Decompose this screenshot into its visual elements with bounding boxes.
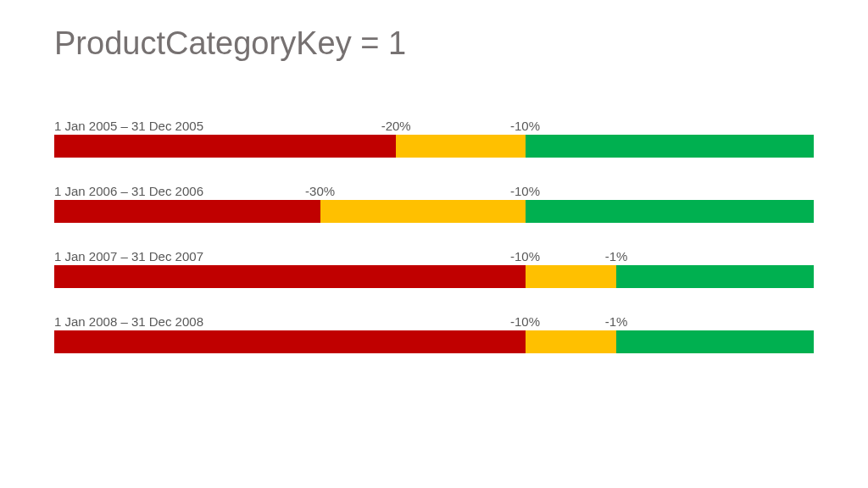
slide: ProductCategoryKey = 1 1 Jan 2005 – 31 D… — [0, 0, 868, 409]
segment-red — [54, 330, 526, 353]
segment-yellow — [526, 330, 617, 353]
chart-row: 1 Jan 2008 – 31 Dec 2008 -10% -1% — [54, 310, 814, 353]
chart-row: 1 Jan 2006 – 31 Dec 2006 -30% -10% — [54, 180, 814, 223]
segment-green — [616, 330, 814, 353]
row-labels: 1 Jan 2006 – 31 Dec 2006 -30% -10% — [54, 180, 814, 200]
period-label: 1 Jan 2005 – 31 Dec 2005 — [54, 119, 203, 133]
row-labels: 1 Jan 2008 – 31 Dec 2008 -10% -1% — [54, 310, 814, 330]
chart-row: 1 Jan 2007 – 31 Dec 2007 -10% -1% — [54, 245, 814, 288]
stacked-bar — [54, 265, 814, 288]
threshold-red-yellow: -30% — [305, 184, 335, 198]
page-title: ProductCategoryKey = 1 — [54, 25, 814, 62]
threshold-yellow-green: -10% — [510, 119, 540, 133]
segment-yellow — [396, 135, 525, 158]
segment-red — [54, 265, 526, 288]
threshold-yellow-green: -1% — [605, 314, 628, 329]
period-label: 1 Jan 2008 – 31 Dec 2008 — [54, 314, 203, 329]
period-label: 1 Jan 2007 – 31 Dec 2007 — [54, 249, 203, 263]
segment-yellow — [320, 200, 526, 223]
segment-red — [54, 135, 396, 158]
stacked-bar — [54, 330, 814, 353]
segment-green — [526, 135, 814, 158]
segment-yellow — [526, 265, 617, 288]
threshold-red-yellow: -10% — [510, 314, 540, 329]
stacked-bar-chart: 1 Jan 2005 – 31 Dec 2005 -20% -10% 1 Jan… — [54, 114, 814, 353]
threshold-yellow-green: -1% — [605, 249, 628, 263]
stacked-bar — [54, 200, 814, 223]
row-labels: 1 Jan 2005 – 31 Dec 2005 -20% -10% — [54, 114, 814, 135]
row-labels: 1 Jan 2007 – 31 Dec 2007 -10% -1% — [54, 245, 814, 265]
stacked-bar — [54, 135, 814, 158]
period-label: 1 Jan 2006 – 31 Dec 2006 — [54, 184, 203, 198]
segment-red — [54, 200, 320, 223]
segment-green — [526, 200, 814, 223]
threshold-red-yellow: -10% — [510, 249, 540, 263]
threshold-yellow-green: -10% — [510, 184, 540, 198]
segment-green — [616, 265, 814, 288]
chart-row: 1 Jan 2005 – 31 Dec 2005 -20% -10% — [54, 114, 814, 158]
threshold-red-yellow: -20% — [381, 119, 411, 133]
